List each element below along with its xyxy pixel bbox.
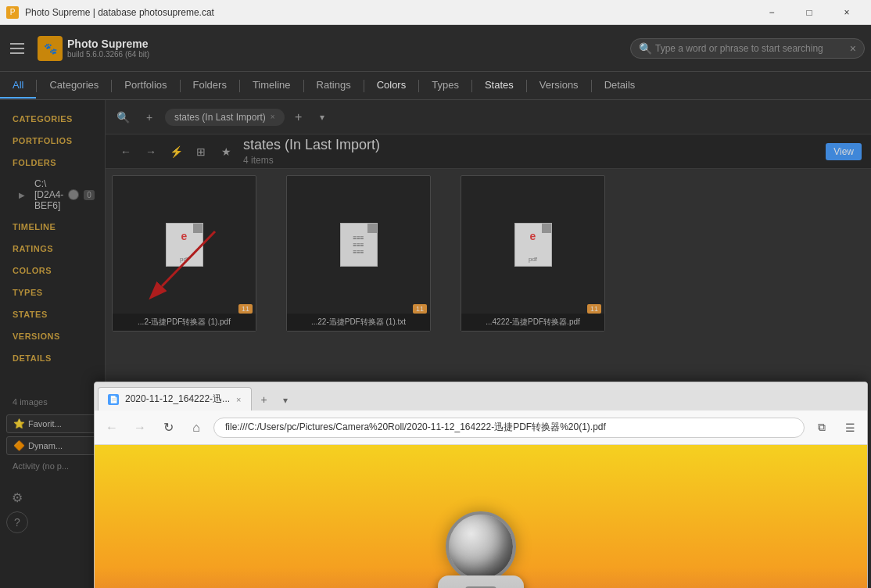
browser-refresh-button[interactable]: ↻ xyxy=(157,417,179,439)
browser-url-input[interactable] xyxy=(213,418,805,438)
tab-chevron[interactable]: ▾ xyxy=(313,108,332,127)
file-lines-label: ≡≡≡≡≡≡≡≡≡ xyxy=(351,233,365,257)
gallery-item[interactable]: e pdf 11 ...4222-迅捷PDF转换器.pdf xyxy=(461,175,605,332)
titlebar: P Photo Supreme | database photosupreme.… xyxy=(0,0,871,25)
close-button[interactable]: × xyxy=(829,0,865,25)
browser-extension-button[interactable]: ⧉ xyxy=(811,417,833,439)
menu-line xyxy=(10,52,24,54)
maximize-button[interactable]: □ xyxy=(791,0,827,25)
browser-home-button[interactable]: ⌂ xyxy=(185,417,207,439)
tab-details[interactable]: Details xyxy=(592,73,648,99)
tab-ratings[interactable]: Ratings xyxy=(304,73,364,99)
browser-content: 下载吧 xyxy=(95,445,867,588)
file-ext-label: pdf xyxy=(529,256,537,263)
folder-path: C:\ [D2A4-BEF6] xyxy=(34,178,63,211)
tab-all[interactable]: All xyxy=(0,73,36,99)
folder-count: 0 xyxy=(84,190,95,200)
astronaut-image xyxy=(95,445,867,588)
file-icon: e pdf xyxy=(514,223,552,267)
minimize-button[interactable]: − xyxy=(754,0,790,25)
astronaut-helmet xyxy=(446,511,516,582)
browser-back-button[interactable]: ← xyxy=(101,417,123,439)
main-area: CATEGORIES PORTFOLIOS FOLDERS ▶ C:\ [D2A… xyxy=(0,100,871,588)
folder-arrow: ▶ xyxy=(19,191,25,199)
dynamic-icon: 🔶 xyxy=(13,440,25,451)
dynamic-item[interactable]: 🔶 Dynam... xyxy=(6,436,99,455)
tab-versions[interactable]: Versions xyxy=(527,73,591,99)
sidebar-item-ratings[interactable]: RATINGS xyxy=(0,238,105,260)
app-name: Photo Supreme xyxy=(67,38,149,50)
favorites-item[interactable]: ⭐ Favorit... xyxy=(6,414,99,433)
gear-button[interactable]: ⚙ xyxy=(6,486,28,508)
tab-timeline[interactable]: Timeline xyxy=(240,73,303,99)
tab-colors[interactable]: Colors xyxy=(364,73,419,99)
browser-nav-bar: ← → ↻ ⌂ ⧉ ☰ xyxy=(95,411,867,445)
help-button[interactable]: ? xyxy=(6,511,28,533)
sidebar-item-colors[interactable]: COLORS xyxy=(0,260,105,281)
sidebar-item-states[interactable]: STATES xyxy=(0,303,105,325)
sidebar-item-versions[interactable]: VERSIONS xyxy=(0,325,105,347)
sidebar-item-timeline[interactable]: TIMELINE xyxy=(0,216,105,238)
add-tab-button[interactable]: + xyxy=(289,108,308,127)
sidebar-item-portfolios[interactable]: PORTFOLIOS xyxy=(0,130,105,152)
sidebar-folder-item[interactable]: ▶ C:\ [D2A4-BEF6] 0 xyxy=(0,174,105,216)
file-corner xyxy=(367,224,377,233)
view-button[interactable]: View xyxy=(826,143,862,160)
file-corner xyxy=(542,224,551,233)
gallery-forward-button[interactable]: → xyxy=(140,141,162,163)
gallery-layers-button[interactable]: ⊞ xyxy=(190,141,212,163)
images-count: 4 images xyxy=(0,393,105,411)
item-badge: 11 xyxy=(238,304,253,314)
gallery-item[interactable]: ≡≡≡≡≡≡≡≡≡ 11 ...22-迅捷PDF转换器 (1).txt xyxy=(286,175,431,332)
search-clear-icon[interactable]: × xyxy=(850,42,856,55)
gallery-title: states (In Last Import) xyxy=(243,137,826,153)
tab-categories[interactable]: Categories xyxy=(37,73,111,99)
search-input[interactable] xyxy=(655,43,850,54)
search-bar[interactable]: 🔍 × xyxy=(630,38,865,59)
hamburger-menu[interactable] xyxy=(6,38,28,59)
tab-pill-close[interactable]: × xyxy=(271,113,275,121)
nav-tabs: All Categories Portfolios Folders Timeli… xyxy=(0,72,871,100)
gallery-back-button[interactable]: ← xyxy=(115,141,137,163)
favorites-label: Favorit... xyxy=(28,419,62,428)
search-icon: 🔍 xyxy=(639,42,652,55)
search-toolbar-button[interactable]: 🔍 xyxy=(112,106,134,128)
sidebar-item-types[interactable]: TYPES xyxy=(0,281,105,303)
tab-portfolios[interactable]: Portfolios xyxy=(112,73,179,99)
gallery-header: ← → ⚡ ⊞ ★ states (In Last Import) 4 item… xyxy=(106,134,871,169)
browser-tab-close[interactable]: × xyxy=(236,395,241,404)
item-thumbnail: e pdf xyxy=(514,176,552,314)
tab-states[interactable]: States xyxy=(472,73,526,99)
browser-tab-chevron[interactable]: ▾ xyxy=(277,390,294,411)
item-thumbnail: ≡≡≡≡≡≡≡≡≡ xyxy=(340,176,378,314)
gallery-star-button[interactable]: ★ xyxy=(215,141,237,163)
tab-folders[interactable]: Folders xyxy=(181,73,239,99)
browser-active-tab[interactable]: 📄 2020-11-12_164222-迅... × xyxy=(98,387,252,411)
item-thumbnail: e pdf xyxy=(166,176,203,314)
titlebar-left: P Photo Supreme | database photosupreme.… xyxy=(6,6,214,19)
tab-types[interactable]: Types xyxy=(419,73,471,99)
active-tab-pill[interactable]: states (In Last Import) × xyxy=(165,109,285,126)
sidebar-item-folders[interactable]: FOLDERS xyxy=(0,152,105,174)
file-icon: e pdf xyxy=(166,223,203,267)
toggle-thumb xyxy=(69,190,78,199)
gallery-filter-button[interactable]: ⚡ xyxy=(165,141,187,163)
item-badge: 11 xyxy=(413,304,427,314)
browser-new-tab-button[interactable]: + xyxy=(253,389,275,411)
folder-toggle[interactable] xyxy=(68,189,79,200)
sidebar-item-categories[interactable]: CATEGORIES xyxy=(0,108,105,130)
add-toolbar-button[interactable]: + xyxy=(138,106,160,128)
gallery-nav: ← → ⚡ ⊞ ★ xyxy=(115,141,237,163)
gallery-item[interactable]: e pdf 11 ...2-迅捷PDF转换器 (1).pdf xyxy=(112,175,256,332)
sidebar-item-details[interactable]: DETAILS xyxy=(0,347,105,369)
app-version: build 5.6.0.3266 (64 bit) xyxy=(67,50,149,59)
item-label: ...4222-迅捷PDF转换器.pdf xyxy=(461,314,604,331)
logo-icon: 🐾 xyxy=(38,36,63,61)
browser-sidebar-button[interactable]: ☰ xyxy=(839,417,861,439)
menu-line xyxy=(10,48,24,49)
browser-window: 📄 2020-11-12_164222-迅... × + ▾ ← → ↻ ⌂ ⧉… xyxy=(94,382,868,588)
menu-line xyxy=(10,43,24,45)
browser-forward-button[interactable]: → xyxy=(129,417,151,439)
star-icon: ⭐ xyxy=(13,418,25,429)
file-icon: ≡≡≡≡≡≡≡≡≡ xyxy=(340,223,378,267)
